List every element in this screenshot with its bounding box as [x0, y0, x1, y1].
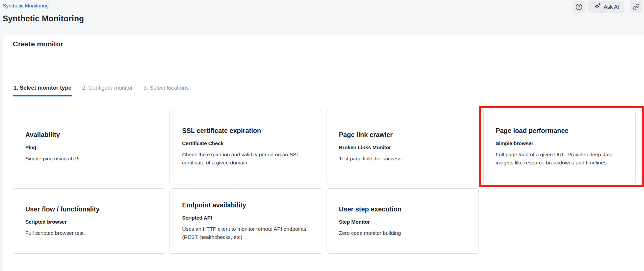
monitor-card-button[interactable]: User step execution Step Monitor Zero co… [327, 188, 479, 254]
panel-heading: Create monitor [13, 40, 636, 48]
monitor-card-description: Simple ping using cURL [25, 155, 153, 163]
chain-link-icon [633, 4, 640, 10]
ask-ai-button[interactable]: Ask AI [588, 1, 624, 13]
monitor-card-title: Page load performance [496, 127, 623, 135]
monitor-card-button[interactable]: Endpoint availability Scripted API Uses … [170, 188, 322, 254]
monitor-card-subtitle: Broken Links Monitor [339, 144, 466, 150]
monitor-card-subtitle: Scripted API [182, 215, 309, 221]
tab-label: 2. Configure monitor [82, 85, 133, 91]
monitor-card-description: Full page load of a given URL. Provides … [496, 151, 623, 167]
monitor-card-description: Full scripted browser test. [25, 229, 153, 237]
ask-ai-label: Ask AI [604, 4, 619, 10]
monitor-card-description: Uses an HTTP client to monitor remote AP… [182, 225, 309, 241]
monitor-card-ssl-certificate-expiration: SSL certificate expiration Certificate C… [170, 110, 322, 184]
help-button[interactable]: ? [573, 1, 585, 13]
wizard-steps-tabs: 1. Select monitor type 2. Configure moni… [13, 83, 636, 96]
monitor-type-grid: Availability Ping Simple ping using cURL… [13, 110, 636, 254]
svg-text:?: ? [577, 5, 580, 9]
create-monitor-panel: Create monitor 1. Select monitor type 2.… [3, 35, 644, 271]
copy-link-button[interactable] [630, 1, 642, 13]
tab-3-select-locations[interactable]: 3. Select locations [143, 83, 189, 96]
breadcrumb-synthetic-monitoring[interactable]: Synthetic Monitoring [3, 3, 49, 8]
monitor-card-title: User flow / functionality [25, 205, 153, 213]
sparkle-plus-icon [593, 3, 601, 11]
page-title: Synthetic Monitoring [3, 14, 84, 23]
tab-label: 3. Select locations [144, 85, 189, 91]
monitor-card-title: Page link crawler [339, 131, 466, 139]
header-actions: ? Ask AI [573, 1, 642, 13]
monitor-card-button[interactable]: Page load performance Simple browser Ful… [483, 110, 636, 184]
monitor-card-button[interactable]: User flow / functionality Scripted brows… [13, 188, 165, 254]
monitor-card-subtitle: Scripted browser [25, 219, 153, 225]
monitor-card-description: Zero code monitor building [339, 229, 466, 237]
monitor-card-button[interactable]: Page link crawler Broken Links Monitor T… [327, 110, 479, 184]
monitor-card-page-link-crawler: Page link crawler Broken Links Monitor T… [327, 110, 479, 184]
monitor-card-subtitle: Ping [25, 144, 153, 150]
monitor-card-title: Endpoint availability [182, 201, 309, 209]
monitor-card-subtitle: Simple browser [496, 140, 623, 146]
monitor-card-subtitle: Step Monitor [339, 219, 466, 225]
monitor-card-title: User step execution [339, 205, 466, 213]
monitor-card-endpoint-availability: Endpoint availability Scripted API Uses … [170, 188, 322, 254]
monitor-card-title: Availability [25, 131, 153, 139]
monitor-card-page-load-performance: Page load performance Simple browser Ful… [483, 110, 636, 184]
monitor-card-button[interactable]: SSL certificate expiration Certificate C… [170, 110, 322, 184]
monitor-card-description: Test page links for success [339, 155, 466, 163]
tab-label: 1. Select monitor type [14, 85, 71, 91]
question-circle-icon: ? [575, 3, 583, 10]
tab-2-configure-monitor[interactable]: 2. Configure monitor [81, 83, 133, 96]
monitor-card-user-flow-functionality: User flow / functionality Scripted brows… [13, 188, 165, 254]
monitor-card-title: SSL certificate expiration [182, 127, 309, 135]
tab-1-select-monitor-type[interactable]: 1. Select monitor type [13, 83, 72, 96]
monitor-card-button[interactable]: Availability Ping Simple ping using cURL [13, 110, 165, 184]
monitor-card-user-step-execution: User step execution Step Monitor Zero co… [327, 188, 479, 254]
monitor-card-availability: Availability Ping Simple ping using cURL [13, 110, 165, 184]
monitor-card-subtitle: Certificate Check [182, 140, 309, 146]
monitor-card-description: Check the expiration and validity period… [182, 151, 309, 167]
